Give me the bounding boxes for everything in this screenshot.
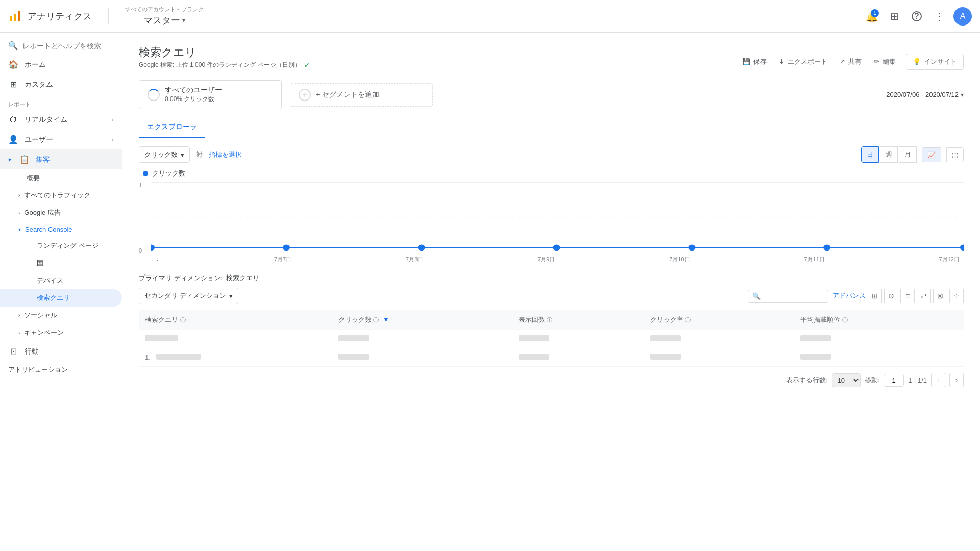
user-avatar[interactable]: A bbox=[953, 7, 972, 26]
sidebar-item-custom[interactable]: ⊞ カスタム bbox=[0, 74, 122, 94]
edit-icon: ✏ bbox=[874, 58, 879, 65]
col-query[interactable]: 検索クエリ ⓘ bbox=[139, 310, 332, 330]
page-title: 検索クエリ bbox=[139, 45, 197, 60]
sidebar-item-landing-pages[interactable]: ランディング ページ bbox=[0, 237, 122, 255]
sidebar-item-overview[interactable]: 概要 bbox=[0, 169, 122, 187]
status-check-icon: ✓ bbox=[304, 60, 310, 70]
more-button[interactable]: ⋮ bbox=[929, 6, 949, 27]
table-view-bubble[interactable]: ⊙ bbox=[884, 289, 898, 303]
col-ctr[interactable]: クリック率 ⓘ bbox=[644, 310, 795, 330]
time-btn-week[interactable]: 週 bbox=[880, 146, 898, 163]
insight-button[interactable]: 💡 インサイト bbox=[906, 54, 964, 70]
info-icon-clicks: ⓘ bbox=[373, 317, 379, 323]
svg-point-9 bbox=[553, 245, 560, 251]
property-selector[interactable]: マスター ▾ bbox=[143, 14, 185, 27]
sidebar-item-search-console[interactable]: ▾ Search Console bbox=[0, 221, 122, 237]
search-input[interactable] bbox=[22, 42, 112, 50]
export-button[interactable]: ⬇ エクスポート bbox=[777, 55, 829, 68]
sidebar-item-google-ads[interactable]: › Google 広告 bbox=[0, 204, 122, 221]
table-view-compare[interactable]: ⇄ bbox=[917, 289, 931, 303]
chart-type-bar[interactable]: ⬚ bbox=[946, 147, 964, 162]
help-icon: ? bbox=[912, 11, 922, 21]
time-btn-month[interactable]: 月 bbox=[899, 146, 917, 163]
rows-per-page-select[interactable]: 10 25 50 100 bbox=[832, 373, 861, 387]
chevron-right-icon-4: › bbox=[18, 210, 20, 216]
sidebar-item-search-queries[interactable]: 検索クエリ bbox=[0, 289, 122, 307]
acquisition-icon: 📋 bbox=[19, 155, 30, 164]
chart-plot bbox=[151, 182, 964, 254]
sidebar-item-social[interactable]: › ソーシャル bbox=[0, 307, 122, 324]
sidebar-item-home[interactable]: 🏠 ホーム bbox=[0, 55, 122, 74]
page-subtitle: Google 検索: 上位 1,000 件のランディング ページ（日別） ✓ bbox=[139, 60, 310, 70]
table-view-scatter[interactable]: ⁘ bbox=[949, 289, 964, 303]
table-view-grid[interactable]: ⊞ bbox=[868, 289, 882, 303]
pagination: 表示する行数: 10 25 50 100 移動: 1 - 1/1 ‹ › bbox=[139, 367, 964, 393]
table-search-input[interactable] bbox=[763, 292, 824, 300]
svg-point-7 bbox=[283, 245, 290, 251]
table-view-pivot[interactable]: ⊠ bbox=[933, 289, 947, 303]
property-dropdown-icon: ▾ bbox=[182, 17, 185, 24]
header-right: 🔔 1 ⊞ ? ⋮ A bbox=[862, 6, 972, 27]
sidebar-item-acquisition[interactable]: ▾ 📋 集客 bbox=[0, 149, 122, 169]
next-page-button[interactable]: › bbox=[949, 373, 964, 387]
select-metric-link[interactable]: 指標を選択 bbox=[209, 150, 242, 159]
chevron-right-icon-3: › bbox=[18, 193, 20, 198]
table-view-list[interactable]: ≡ bbox=[900, 289, 915, 303]
info-icon-ctr: ⓘ bbox=[685, 317, 691, 323]
info-icon-query: ⓘ bbox=[180, 317, 186, 323]
table-search-box[interactable]: 🔍 bbox=[748, 290, 828, 303]
grid-button[interactable]: ⊞ bbox=[884, 6, 904, 27]
vs-label: 対 bbox=[196, 150, 203, 159]
cell-query-0 bbox=[139, 330, 332, 348]
dimension-controls: セカンダリ ディメンション ▾ 🔍 アドバンス ⊞ ⊙ ≡ ⇄ ⊠ ⁘ bbox=[139, 288, 964, 304]
col-clicks[interactable]: クリック数 ⓘ ▼ bbox=[332, 310, 512, 330]
help-button[interactable]: ? bbox=[906, 6, 927, 27]
primary-dimension-value: 検索クエリ bbox=[226, 274, 259, 282]
chart-svg bbox=[151, 182, 964, 254]
chevron-right-icon: › bbox=[112, 116, 114, 123]
metric-dropdown-icon: ▾ bbox=[181, 151, 184, 159]
breadcrumb-top: すべてのアカウント › ブランク bbox=[125, 6, 204, 13]
dimension-section: プライマリ ディメンション: 検索クエリ セカンダリ ディメンション ▾ 🔍 ア… bbox=[139, 273, 964, 393]
cell-impressions-1 bbox=[512, 348, 644, 367]
tab-explorer[interactable]: エクスプローラ bbox=[139, 117, 205, 138]
sidebar-item-behavior[interactable]: ⊡ 行動 bbox=[0, 341, 122, 361]
cell-ctr-0 bbox=[644, 330, 795, 348]
col-position[interactable]: 平均掲載順位 ⓘ bbox=[794, 310, 964, 330]
sidebar-item-devices[interactable]: デバイス bbox=[0, 272, 122, 289]
sidebar-item-all-traffic[interactable]: › すべてのトラフィック bbox=[0, 187, 122, 204]
search-icon: 🔍 bbox=[8, 41, 18, 51]
save-button[interactable]: 💾 保存 bbox=[740, 55, 769, 68]
date-range-selector[interactable]: 2020/07/06 - 2020/07/12 ▾ bbox=[886, 91, 964, 98]
sidebar-item-users[interactable]: 👤 ユーザー › bbox=[0, 130, 122, 149]
segment-all-users[interactable]: すべてのユーザー 0.00% クリック数 bbox=[139, 80, 282, 109]
col-impressions[interactable]: 表示回数 ⓘ bbox=[512, 310, 644, 330]
chevron-right-icon-5: › bbox=[18, 313, 20, 318]
row-number: 1. bbox=[145, 354, 151, 361]
time-btn-day[interactable]: 日 bbox=[861, 146, 879, 163]
add-segment-button[interactable]: + + セグメントを追加 bbox=[290, 83, 433, 107]
advanced-link[interactable]: アドバンス bbox=[832, 291, 866, 300]
table-row: 1. bbox=[139, 348, 964, 367]
sidebar-item-countries[interactable]: 国 bbox=[0, 255, 122, 272]
realtime-icon: ⏱ bbox=[8, 115, 18, 124]
tab-bar: エクスプローラ bbox=[139, 117, 964, 138]
sidebar-item-campaign[interactable]: › キャンペーン bbox=[0, 324, 122, 341]
data-table: 検索クエリ ⓘ クリック数 ⓘ ▼ 表示回数 ⓘ bbox=[139, 310, 964, 367]
metric-dropdown[interactable]: クリック数 ▾ bbox=[139, 146, 190, 163]
notification-button[interactable]: 🔔 1 bbox=[862, 6, 882, 27]
edit-button[interactable]: ✏ 編集 bbox=[872, 55, 898, 68]
prev-page-button[interactable]: ‹ bbox=[931, 373, 945, 387]
svg-point-12 bbox=[960, 245, 964, 251]
cell-ctr-1 bbox=[644, 348, 795, 367]
sidebar-item-attribution[interactable]: アトリビューション bbox=[0, 361, 122, 379]
secondary-dimension-button[interactable]: セカンダリ ディメンション ▾ bbox=[139, 288, 238, 304]
sidebar-item-realtime[interactable]: ⏱ リアルタイム › bbox=[0, 110, 122, 130]
cell-query-1: 1. bbox=[139, 348, 332, 367]
pagination-goto-input[interactable] bbox=[884, 374, 904, 387]
expand-icon-acquisition: ▾ bbox=[8, 156, 11, 163]
chart-type-line[interactable]: 📈 bbox=[922, 147, 941, 162]
custom-icon: ⊞ bbox=[8, 80, 18, 89]
sidebar-search[interactable]: 🔍 bbox=[0, 37, 122, 55]
share-button[interactable]: ↗ 共有 bbox=[838, 55, 864, 68]
